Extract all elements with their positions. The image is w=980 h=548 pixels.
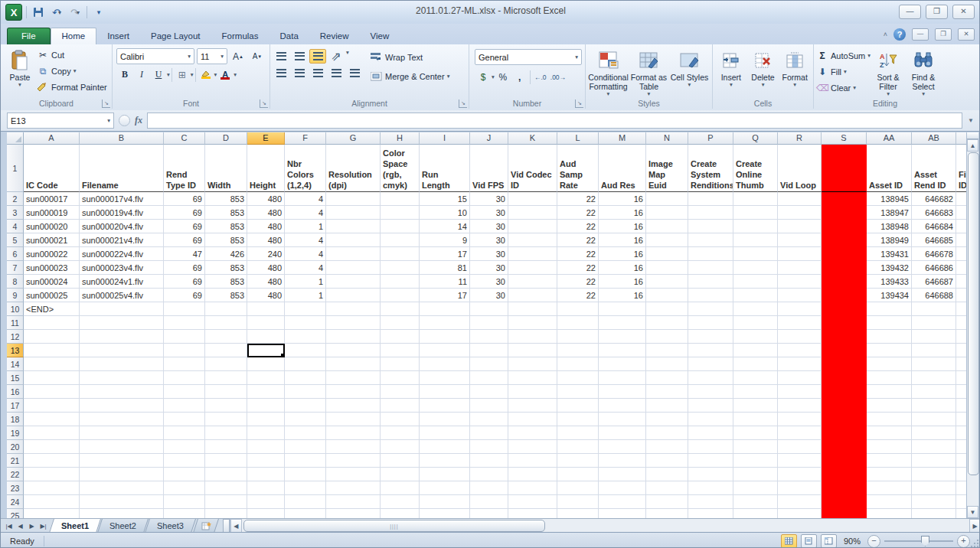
cell-P18[interactable]	[688, 413, 733, 426]
column-header-J[interactable]: J	[470, 132, 508, 145]
cell-AB25[interactable]	[912, 509, 956, 518]
cell-M7[interactable]: 16	[599, 261, 646, 275]
cell-E1[interactable]: Height	[247, 145, 285, 192]
cell-I5[interactable]: 9	[420, 233, 470, 247]
cell-B20[interactable]	[80, 440, 164, 454]
increase-indent-button[interactable]	[346, 66, 363, 80]
vertical-scroll-thumb[interactable]	[968, 152, 979, 475]
cell-R21[interactable]	[778, 454, 822, 468]
cell-N24[interactable]	[646, 495, 688, 509]
cell-M16[interactable]	[599, 385, 646, 399]
cell-AA6[interactable]: 139431	[867, 247, 912, 261]
cell-E5[interactable]: 480	[247, 233, 285, 247]
cell-L3[interactable]: 22	[557, 206, 599, 220]
cell-J22[interactable]	[470, 468, 508, 481]
first-sheet-button[interactable]: |◀	[4, 523, 14, 530]
cell-G1[interactable]: Resolution (dpi)	[326, 145, 381, 192]
row-header-18[interactable]: 18	[7, 413, 24, 426]
cell-B24[interactable]	[80, 495, 164, 509]
scroll-right-icon[interactable]: ▶	[969, 519, 980, 533]
center-button[interactable]	[291, 66, 308, 80]
shrink-font-button[interactable]: A▼	[249, 49, 266, 64]
cell-A6[interactable]: sun000022	[24, 247, 80, 261]
cell-D10[interactable]	[205, 302, 247, 316]
cell-P23[interactable]	[688, 481, 733, 495]
cell-K5[interactable]	[508, 233, 557, 247]
page-layout-view-button[interactable]	[801, 534, 817, 548]
cell-A4[interactable]: sun000020	[24, 220, 80, 233]
cell-C14[interactable]	[164, 357, 205, 371]
increase-decimal-button[interactable]: ←.0	[532, 70, 549, 84]
cell-F23[interactable]	[285, 481, 326, 495]
cell-I12[interactable]	[420, 330, 470, 344]
cell-J17[interactable]	[470, 399, 508, 413]
cell-G6[interactable]	[326, 247, 381, 261]
orientation-button[interactable]: ⇗	[328, 49, 345, 64]
cell-E23[interactable]	[247, 481, 285, 495]
cell-L8[interactable]: 22	[557, 275, 599, 289]
cell-L10[interactable]	[557, 302, 599, 316]
cell-D3[interactable]: 853	[205, 206, 247, 220]
column-header-A[interactable]: A	[24, 132, 80, 145]
cell-E10[interactable]	[247, 302, 285, 316]
cell-AA14[interactable]	[867, 357, 912, 371]
tab-split-handle[interactable]	[223, 519, 230, 533]
cell-M12[interactable]	[599, 330, 646, 344]
vertical-split-handle[interactable]	[967, 132, 978, 139]
cell-H9[interactable]	[381, 289, 420, 302]
cell-K11[interactable]	[508, 316, 557, 330]
sheet-tab-sheet3[interactable]: Sheet3	[145, 519, 196, 533]
scroll-down-icon[interactable]: ▼	[967, 506, 978, 518]
ribbon-tab-page-layout[interactable]: Page Layout	[140, 28, 211, 44]
cell-C3[interactable]: 69	[164, 206, 205, 220]
cell-P1[interactable]: Create System Renditions	[688, 145, 733, 192]
cell-N4[interactable]	[646, 220, 688, 233]
sheet-tab-sheet1[interactable]: Sheet1	[49, 519, 101, 533]
cell-K21[interactable]	[508, 454, 557, 468]
row-header-20[interactable]: 20	[7, 440, 24, 454]
cell-AB11[interactable]	[912, 316, 956, 330]
row-header-9[interactable]: 9	[7, 289, 24, 302]
ribbon-tab-view[interactable]: View	[360, 28, 400, 44]
cell-L12[interactable]	[557, 330, 599, 344]
cell-L20[interactable]	[557, 440, 599, 454]
zoom-in-button[interactable]: +	[957, 535, 970, 548]
cell-B19[interactable]	[80, 426, 164, 440]
cell-B23[interactable]	[80, 481, 164, 495]
cell-N22[interactable]	[646, 468, 688, 481]
cell-K19[interactable]	[508, 426, 557, 440]
cell-K3[interactable]	[508, 206, 557, 220]
cell-AB14[interactable]	[912, 357, 956, 371]
cell-S6[interactable]	[822, 247, 867, 261]
cell-E21[interactable]	[247, 454, 285, 468]
cell-AA7[interactable]: 139432	[867, 261, 912, 275]
cell-E12[interactable]	[247, 330, 285, 344]
cell-C23[interactable]	[164, 481, 205, 495]
cell-R16[interactable]	[778, 385, 822, 399]
cell-G4[interactable]	[326, 220, 381, 233]
cell-A12[interactable]	[24, 330, 80, 344]
cell-J12[interactable]	[470, 330, 508, 344]
cell-M23[interactable]	[599, 481, 646, 495]
cell-G3[interactable]	[326, 206, 381, 220]
cell-C25[interactable]	[164, 509, 205, 518]
page-break-view-button[interactable]	[821, 534, 837, 548]
cell-A24[interactable]	[24, 495, 80, 509]
cell-J5[interactable]: 30	[470, 233, 508, 247]
font-size-select[interactable]: 11▾	[197, 48, 227, 64]
cell-P11[interactable]	[688, 316, 733, 330]
cell-F6[interactable]: 4	[285, 247, 326, 261]
cell-D6[interactable]: 426	[205, 247, 247, 261]
cell-G25[interactable]	[326, 509, 381, 518]
cell-E18[interactable]	[247, 413, 285, 426]
cell-N13[interactable]	[646, 344, 688, 357]
cell-K23[interactable]	[508, 481, 557, 495]
cell-Q21[interactable]	[733, 454, 778, 468]
cell-P13[interactable]	[688, 344, 733, 357]
prev-sheet-button[interactable]: ◀	[15, 523, 25, 530]
cell-I24[interactable]	[420, 495, 470, 509]
cell-B5[interactable]: sun000021v4.flv	[80, 233, 164, 247]
cell-M6[interactable]: 16	[599, 247, 646, 261]
cell-D21[interactable]	[205, 454, 247, 468]
cell-D15[interactable]	[205, 371, 247, 385]
